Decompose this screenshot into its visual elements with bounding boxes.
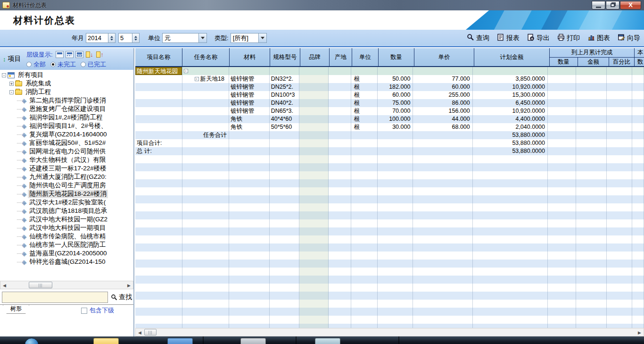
toolbar-button-wizard[interactable]: 向导 xyxy=(618,34,640,42)
sub-column-header-last[interactable]: 数 xyxy=(635,58,644,67)
sub-column-header-2[interactable]: 百分比 xyxy=(609,58,635,67)
tree-item[interactable]: ◈福润华园1#,2#楼消防工程 xyxy=(0,113,133,122)
filter-radio-未完工[interactable]: 未完工 xyxy=(50,60,76,69)
toolbar-button-print[interactable]: 打印 xyxy=(557,34,580,42)
start-orb-icon[interactable] xyxy=(25,338,39,344)
view-level2-icon[interactable] xyxy=(66,51,74,58)
column-header-8[interactable]: 单价 xyxy=(414,48,474,67)
tree-item[interactable]: ◈恩施复烤厂仓储区建设项目 xyxy=(0,105,133,113)
tree-item[interactable]: ◈九州通大厦消防工程(GZ20: xyxy=(0,173,133,181)
tree-item[interactable]: ◈国网湖北省电力公司随州供 xyxy=(0,147,133,156)
scroll-left-icon[interactable]: ◀ xyxy=(138,330,141,335)
sort-ascending-icon[interactable]: ↑ xyxy=(96,51,104,59)
sort-descending-icon[interactable]: ↓ xyxy=(86,51,93,59)
type-select[interactable]: [所有] xyxy=(231,33,267,43)
taskbar-app-icon[interactable] xyxy=(315,338,340,344)
view-level1-icon[interactable] xyxy=(56,51,64,58)
find-button[interactable]: 查找 xyxy=(111,293,132,302)
taskbar-app-icon[interactable] xyxy=(167,338,193,344)
table-row[interactable]: 随州新天地花园- xyxy=(135,67,644,75)
toolbar-button-export[interactable]: 导出 xyxy=(527,34,550,42)
include-sublevel-checkbox[interactable] xyxy=(81,308,87,314)
table-horizontal-scrollbar[interactable]: ◀ ▶ xyxy=(135,328,644,336)
chevron-down-icon[interactable] xyxy=(199,33,207,43)
column-header-0[interactable]: 项目名称 xyxy=(135,48,182,67)
selected-project-cell[interactable]: 随州新天地花园 xyxy=(135,67,182,75)
tree-expander-icon[interactable]: - xyxy=(9,90,14,94)
tree-item[interactable]: ◈随州新天地花园18-22#楼消 xyxy=(0,190,133,198)
table-row[interactable]: 镀锌钢管DN25*2.根182.00060.00010,920.0000 xyxy=(135,83,644,91)
tree-item[interactable]: ◈武汉中地大科技园一期(GZ2 xyxy=(0,215,133,224)
column-header-6[interactable]: 单位 xyxy=(352,48,379,67)
column-header-5[interactable]: 产地 xyxy=(330,48,352,67)
minimize-button[interactable] xyxy=(592,1,605,9)
tree-horizontal-scrollbar[interactable]: ◀ ▶ xyxy=(0,281,133,289)
filter-radio-全部[interactable]: 全部 xyxy=(26,60,46,69)
close-button[interactable]: X xyxy=(620,1,641,9)
table-row[interactable]: 镀锌钢管DN65*3.根70.000156.00010,920.0000 xyxy=(135,107,644,115)
tree-item[interactable]: ◈复兴烟草(GZ2014-1604000 xyxy=(0,130,133,139)
unit-select[interactable]: 元 xyxy=(162,33,207,43)
sub-column-header-0[interactable]: 数量 xyxy=(550,58,578,67)
column-header-1[interactable]: 任务名称 xyxy=(182,48,230,67)
tree-item[interactable]: +系统集成 xyxy=(0,79,133,88)
table-row[interactable]: 镀锌钢管DN100*3根60.000255.00015,300.0000 xyxy=(135,91,644,99)
scroll-right-icon[interactable]: ▶ xyxy=(127,283,131,288)
table-row[interactable]: 总 计:53,880.0000 xyxy=(135,147,644,155)
toolbar-button-search[interactable]: 查询 xyxy=(467,34,489,42)
sub-column-header-1[interactable]: 金额 xyxy=(578,58,609,67)
scroll-right-icon[interactable]: ▶ xyxy=(638,330,641,335)
scrollbar-thumb[interactable] xyxy=(29,282,52,288)
column-header-7[interactable]: 数量 xyxy=(379,48,414,67)
tree-item[interactable]: ◈还建楼三期一标17-22#楼楼 xyxy=(0,164,133,173)
toolbar-button-chart[interactable]: 图表 xyxy=(587,34,610,42)
tree-item[interactable]: -所有项目 xyxy=(0,71,133,79)
tree-item[interactable]: ◈仙桃市第一人民医院消防工 xyxy=(0,241,133,249)
taskbar-folder-icon[interactable] xyxy=(93,338,119,344)
tab-tree[interactable]: 树形 xyxy=(3,305,29,314)
table-row[interactable]: -新天地18镀锌钢管DN32*2.根50.00077.0003,850.0000 xyxy=(135,75,644,83)
tree-item[interactable]: ◈武汉华大1#楼2层实验室装( xyxy=(0,198,133,207)
tree-expander-icon[interactable]: - xyxy=(2,73,6,77)
tree-item[interactable]: ◈武汉中地大科技园一期项目 xyxy=(0,224,133,232)
table-row[interactable]: 任务合计53,880.0000 xyxy=(135,131,644,139)
filter-radio-已完工[interactable]: 已完工 xyxy=(81,60,106,69)
view-level3-icon[interactable] xyxy=(75,51,83,58)
column-header-9[interactable]: 计划金额 xyxy=(474,48,550,67)
group-header-label[interactable]: 到上月累计完成 xyxy=(550,48,635,58)
tree-item[interactable]: ◈钟祥光谷鑫城(GZ2014-150 xyxy=(0,258,133,266)
toolbar-button-report[interactable]: 报表 xyxy=(497,34,520,42)
scrollbar-thumb[interactable] xyxy=(144,329,157,336)
tree-item[interactable]: ◈武汉凯德广场1818项目总承 xyxy=(0,207,133,215)
tree-expander-icon[interactable]: + xyxy=(9,82,14,86)
search-input[interactable] xyxy=(2,292,108,303)
sync-arrows-icon[interactable]: ↕ xyxy=(3,56,6,63)
column-header-3[interactable]: 规格型号 xyxy=(270,48,300,67)
table-row[interactable]: 角铁40*4*60根100.00044.0004,400.0000 xyxy=(135,115,644,123)
collapse-icon[interactable]: - xyxy=(184,69,188,73)
taskbar-app-icon[interactable] xyxy=(240,338,266,344)
tree-item[interactable]: ◈仙桃市传染病院、仙桃市精 xyxy=(0,232,133,241)
tree-item[interactable]: ◈华大生物科技（武汉）有限 xyxy=(0,156,133,164)
scroll-left-icon[interactable]: ◀ xyxy=(3,283,6,288)
month-input[interactable] xyxy=(118,33,132,43)
project-name-cell[interactable]: 随州新天地花园 xyxy=(135,67,182,75)
tree-item[interactable]: ◈福润华园项目1#、2#号楼、 xyxy=(0,122,133,130)
collapse-icon[interactable]: - xyxy=(195,77,199,81)
table-row[interactable]: 角铁50*5*60根30.00068.0002,040.0000 xyxy=(135,123,644,131)
restore-button[interactable] xyxy=(606,1,619,9)
tree-item[interactable]: -消防工程 xyxy=(0,88,133,96)
tree-item[interactable]: ◈益海嘉里(GZ2014-2005000 xyxy=(0,249,133,258)
tree-item[interactable]: ◈随州供电公司生产调度用房 xyxy=(0,181,133,190)
tree-item[interactable]: ◈第二炮兵指挥学院门诊楼消 xyxy=(0,96,133,105)
chevron-down-icon[interactable] xyxy=(259,33,267,43)
column-header-2[interactable]: 材料 xyxy=(230,48,270,67)
table-row[interactable]: 镀锌钢管DN40*2.根75.00086.0006,450.0000 xyxy=(135,99,644,107)
year-spinner[interactable] xyxy=(108,33,116,43)
group-header-label[interactable]: 本 xyxy=(635,48,644,58)
year-input[interactable] xyxy=(86,33,108,43)
month-spinner[interactable] xyxy=(132,33,140,43)
column-header-4[interactable]: 品牌 xyxy=(300,48,330,67)
table-row[interactable]: 项目合计:53,880.0000 xyxy=(135,139,644,147)
tree-item[interactable]: ◈富丽华城花园50#、51#52# xyxy=(0,139,133,147)
